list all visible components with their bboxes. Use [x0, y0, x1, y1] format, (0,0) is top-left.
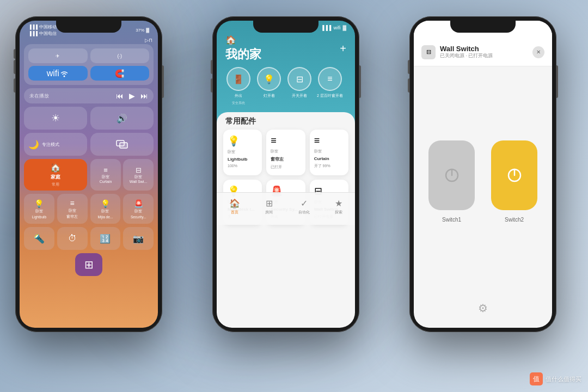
acc-mijia[interactable]: 💡 卧室 Mijia de... — [90, 194, 121, 224]
acc-curtain[interactable]: ≡ 卧室 窗帘左 — [57, 194, 88, 224]
lightbulb-icon: 💡 — [34, 199, 44, 208]
acc-card-curtain[interactable]: ≡ 卧室 Curtain 开了 99% — [310, 130, 348, 175]
acc-card-curtain-left-icon: ≡ — [271, 135, 301, 146]
ws-title-area: Wall Switch 已关闭电源 · 已打开电源 — [440, 45, 493, 59]
carrier-label: 中国移动 — [39, 24, 57, 30]
home-shortcut-label: 家庭 — [51, 174, 60, 181]
scene-lights[interactable]: 💡 灯开着 — [256, 67, 282, 106]
acc-card-curtain-left-name: 窗帘左 — [271, 156, 301, 162]
vol-dn-3[interactable] — [408, 78, 409, 93]
acc-card-curtain-name: Curtain — [314, 156, 344, 161]
tab-discover[interactable]: ★ 探索 — [335, 198, 342, 215]
focus-row: 🌙 专注模式 — [24, 133, 154, 156]
volume-down-btn[interactable] — [14, 78, 15, 93]
switch2-btn[interactable] — [491, 140, 537, 210]
accessories-row: 💡 卧室 Lightbulb ≡ 卧室 窗帘左 💡 卧室 Mijia de...… — [24, 194, 154, 224]
prev-icon[interactable]: ⏮ — [116, 91, 124, 100]
tab-automation[interactable]: ✓ 自动化 — [298, 198, 310, 215]
ws-device-icon: ⊟ — [421, 45, 436, 59]
acc-security[interactable]: 🚨 卧室 Security... — [123, 194, 154, 224]
tab-home-label: 首页 — [231, 210, 238, 215]
tab-discover-label: 探索 — [335, 210, 342, 215]
scene-blinds-label: 2 层百叶窗开着 — [317, 93, 343, 99]
focus-label: 专注模式 — [42, 142, 59, 148]
volume-control[interactable]: 🔊 — [90, 107, 154, 130]
scene-blinds[interactable]: ≡ 2 层百叶窗开着 — [317, 67, 343, 106]
scene-outdoor[interactable]: 🚪 外出 安全系统 — [225, 67, 252, 106]
flashlight-btn[interactable]: 🔦 — [24, 227, 54, 250]
scene-lights-label: 灯开着 — [264, 93, 275, 99]
home-row: 🏠 家庭 常用 ≡ 卧室 Curtain ⊟ 卧室 Wall Swi... — [24, 159, 154, 191]
switch1-btn[interactable] — [428, 140, 475, 210]
scene-blinds-btn[interactable]: ≡ — [318, 67, 342, 91]
watermark-text: 值什么值得买 — [546, 375, 581, 383]
acc-curtain-name: 窗帘左 — [66, 215, 78, 219]
home-status-icons: ▐▐▐ wifi ▓ — [321, 25, 346, 30]
airplay-icon: ▷⊓ — [145, 38, 152, 43]
vol-up-3[interactable] — [408, 60, 409, 74]
calculator-btn[interactable]: 🔢 — [90, 227, 121, 250]
svg-point-0 — [63, 75, 65, 77]
acc-card-lightbulb[interactable]: 💡 卧室 Lightbulb 100% — [223, 130, 262, 175]
acc-card-curtain-left[interactable]: ≡ 卧室 窗帘左 已打开 — [266, 130, 305, 175]
phone-3-screen: ⊟ Wall Switch 已关闭电源 · 已打开电源 ✕ — [414, 21, 552, 328]
play-icon[interactable]: ▶ — [129, 91, 135, 100]
tab-automation-label: 自动化 — [298, 210, 310, 215]
ws-footer: ⚙ — [414, 296, 552, 328]
cellular-toggle[interactable]: (·) — [90, 48, 150, 63]
tab-rooms-icon: ⊞ — [266, 198, 273, 209]
ws-switches-area: Switch1 Switch2 — [414, 66, 552, 296]
qr-btn[interactable]: ⊞ — [75, 253, 102, 276]
scene-lights-btn[interactable]: 💡 — [257, 67, 281, 91]
acc-card-lightbulb-room: 卧室 — [228, 149, 258, 155]
wallswitch-name: Wall Swi... — [130, 180, 147, 183]
security-icon: 🚨 — [134, 199, 143, 208]
volume-up-btn[interactable] — [14, 60, 15, 74]
silent-switch[interactable] — [14, 49, 15, 59]
scene-switch[interactable]: ⊟ 开关开着 — [286, 67, 313, 106]
vol-up-2[interactable] — [211, 60, 212, 74]
tab-automation-icon: ✓ — [301, 198, 308, 209]
acc-card-curtain-left-room: 卧室 — [271, 149, 301, 154]
next-icon[interactable]: ⏭ — [140, 91, 148, 100]
acc-lightbulb[interactable]: 💡 卧室 Lightbulb — [24, 194, 54, 224]
acc-lightbulb-room: 卧室 — [35, 209, 43, 214]
vol-dn-2[interactable] — [211, 78, 212, 93]
bluetooth-toggle[interactable]: 🧲 — [90, 66, 150, 81]
power-3[interactable] — [556, 65, 558, 98]
accessories-title: 常用配件 — [217, 112, 355, 130]
switch1-container: Switch1 — [428, 140, 475, 223]
tab-home[interactable]: 🏠 首页 — [229, 198, 240, 215]
screen-mirror[interactable] — [90, 133, 154, 156]
camera-btn[interactable]: 📷 — [123, 227, 154, 250]
wifi-svg — [59, 70, 69, 77]
home-tab-bar: 🏠 首页 ⊞ 房间 ✓ 自动化 ★ 探索 — [217, 192, 355, 225]
home-header: 🏠 我的家 + — [217, 33, 355, 67]
airplane-icon: ✈ — [56, 53, 60, 59]
bluetooth-icon: 🧲 — [115, 69, 124, 78]
home-shortcut[interactable]: 🏠 家庭 常用 — [24, 159, 87, 191]
ws-device-name: Wall Switch — [440, 45, 493, 53]
ws-close-btn[interactable]: ✕ — [532, 46, 544, 58]
phone-3: ⊟ Wall Switch 已关闭电源 · 已打开电源 ✕ — [409, 16, 556, 332]
network-panel[interactable]: ✈ (·) wifi 🧲 — [24, 44, 154, 85]
scene-switch-btn[interactable]: ⊟ — [287, 67, 311, 91]
acc-card-lightbulb-name: Lightbulb — [228, 157, 258, 162]
focus-mode[interactable]: 🌙 专注模式 — [24, 133, 87, 156]
home-add-btn[interactable]: + — [340, 42, 346, 55]
acc-card-curtain-left-status: 已打开 — [271, 164, 301, 170]
power-btn[interactable] — [162, 65, 164, 98]
music-panel[interactable]: 未在播放 ⏮ ▶ ⏭ — [24, 88, 154, 103]
music-controls[interactable]: ⏮ ▶ ⏭ — [116, 91, 148, 100]
wifi-toggle[interactable]: wifi — [28, 66, 88, 81]
brightness-control[interactable]: ☀ — [24, 107, 87, 130]
scene-outdoor-btn[interactable]: 🚪 — [226, 67, 250, 91]
power-2[interactable] — [359, 65, 361, 98]
wallswitch-shortcut[interactable]: ⊟ 卧室 Wall Swi... — [123, 159, 154, 191]
curtain-shortcut[interactable]: ≡ 卧室 Curtain — [90, 159, 121, 191]
ws-settings-icon[interactable]: ⚙ — [478, 302, 488, 315]
acc-curtain-room: 卧室 — [69, 209, 76, 213]
tab-rooms[interactable]: ⊞ 房间 — [265, 198, 273, 215]
timer-btn[interactable]: ⏱ — [57, 227, 88, 250]
airplane-toggle[interactable]: ✈ — [28, 48, 88, 63]
